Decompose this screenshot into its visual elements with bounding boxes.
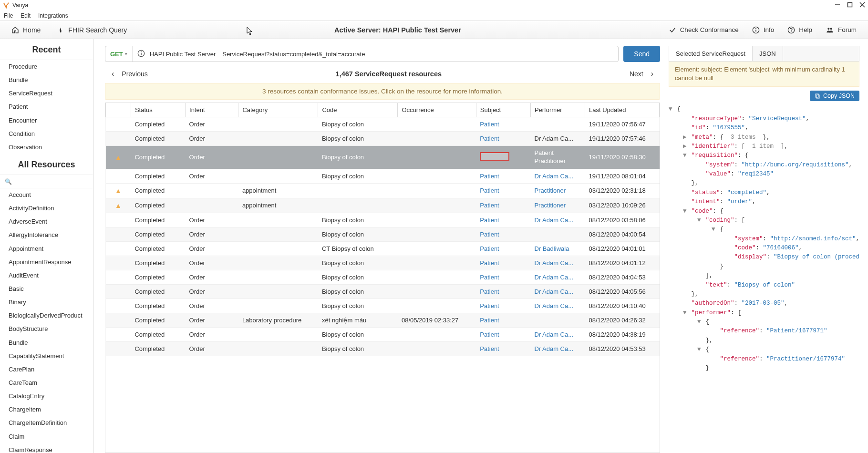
subject-link[interactable]: Patient: [480, 135, 499, 142]
json-line[interactable]: }: [669, 262, 859, 271]
performer-link[interactable]: Dr Adam Ca...: [534, 259, 573, 267]
sidebar-all-item[interactable]: CareTeam: [0, 376, 93, 390]
table-row[interactable]: ▲CompletedOrderBiopsy of colonPatientPra…: [106, 146, 660, 169]
menu-integrations[interactable]: Integrations: [38, 12, 68, 19]
toolbar-info[interactable]: Info: [752, 26, 775, 34]
json-line[interactable]: "value": "req12345": [669, 170, 859, 179]
performer-link[interactable]: Dr Adam Ca...: [534, 345, 573, 352]
sidebar-recent-item[interactable]: Encounter: [0, 114, 93, 127]
sidebar-recent-item[interactable]: Bundle: [0, 73, 93, 87]
tab-json[interactable]: JSON: [753, 46, 783, 61]
column-header[interactable]: Performer: [530, 103, 585, 117]
json-line[interactable]: "text": "Biopsy of colon": [669, 281, 859, 290]
performer-link[interactable]: Dr Adam Ca...: [534, 288, 573, 295]
sidebar-recent-item[interactable]: Procedure: [0, 60, 93, 73]
sidebar-all-item[interactable]: ActivityDefinition: [0, 202, 93, 215]
json-line[interactable]: "system": "http://snomed.info/sct",: [669, 235, 859, 244]
json-line[interactable]: },: [669, 290, 859, 299]
toolbar-check-conformance[interactable]: Check Conformance: [669, 26, 739, 34]
table-row[interactable]: CompletedOrderBiopsy of colonPatient08/1…: [106, 227, 660, 241]
subject-link[interactable]: Patient: [480, 259, 499, 267]
performer-link[interactable]: Dr Adam Ca...: [534, 216, 573, 224]
json-line[interactable]: },: [669, 179, 859, 188]
http-method-selector[interactable]: GET ▾: [105, 46, 133, 62]
previous-button[interactable]: ‹ Previous: [112, 70, 148, 78]
performer-link[interactable]: Dr Adam Ca...: [534, 331, 573, 338]
table-row[interactable]: CompletedOrderBiopsy of colonPatientDr A…: [106, 270, 660, 284]
subject-link[interactable]: Patient: [480, 121, 499, 128]
json-line[interactable]: ▼ {: [669, 345, 859, 354]
sidebar-all-item[interactable]: Account: [0, 188, 93, 202]
sidebar-all-item[interactable]: CarePlan: [0, 363, 93, 376]
json-line[interactable]: "authoredOn": "2017-03-05",: [669, 299, 859, 308]
table-row[interactable]: CompletedOrderBiopsy of colonPatient19/1…: [106, 117, 660, 132]
menu-file[interactable]: File: [4, 12, 13, 19]
sidebar-recent-item[interactable]: Condition: [0, 127, 93, 141]
window-close-button[interactable]: [859, 2, 865, 9]
json-line[interactable]: "display": "Biopsy of colon (procedure)": [669, 253, 859, 262]
subject-link[interactable]: Patient: [480, 317, 499, 324]
toolbar-forum[interactable]: Forum: [826, 26, 857, 34]
json-line[interactable]: ▼ {: [669, 318, 859, 327]
sidebar-all-item[interactable]: AppointmentResponse: [0, 256, 93, 269]
json-line[interactable]: "resourceType": "ServiceRequest",: [669, 114, 859, 124]
json-line[interactable]: ▼ {: [669, 105, 859, 114]
subject-link[interactable]: Patient: [480, 231, 499, 238]
json-line[interactable]: ▼ "code": {: [669, 207, 859, 216]
sidebar-all-item[interactable]: Bundle: [0, 336, 93, 350]
table-row[interactable]: CompletedOrderBiopsy of colonPatientDr A…: [106, 213, 660, 227]
subject-link[interactable]: Patient: [480, 345, 499, 352]
json-line[interactable]: "status": "completed",: [669, 188, 859, 197]
table-row[interactable]: ▲CompletedappointmentPatientPractitioner…: [106, 183, 660, 198]
table-row[interactable]: ▲CompletedappointmentPatientPractitioner…: [106, 198, 660, 213]
table-row[interactable]: CompletedOrderLaboratory procedurexét ng…: [106, 313, 660, 327]
sidebar-all-item[interactable]: ClaimResponse: [0, 443, 93, 453]
column-header[interactable]: Subject: [476, 103, 530, 117]
sidebar-all-item[interactable]: AdverseEvent: [0, 215, 93, 228]
table-row[interactable]: CompletedOrderBiopsy of colonPatientDr A…: [106, 132, 660, 146]
subject-link[interactable]: Patient: [480, 245, 499, 252]
column-header[interactable]: Intent: [186, 103, 238, 117]
json-line[interactable]: "intent": "order",: [669, 197, 859, 206]
json-line[interactable]: },: [669, 336, 859, 345]
performer-link[interactable]: Dr Adam Ca...: [534, 274, 573, 281]
json-line[interactable]: "reference": "Practitioner/1677974": [669, 355, 859, 364]
json-line[interactable]: ▼ "coding": [: [669, 216, 859, 225]
sidebar-all-item[interactable]: AllergyIntolerance: [0, 228, 93, 242]
sidebar-all-item[interactable]: BiologicallyDerivedProduct: [0, 309, 93, 322]
column-header[interactable]: Code: [318, 103, 398, 117]
sidebar-all-item[interactable]: Appointment: [0, 242, 93, 256]
json-line[interactable]: }: [669, 364, 859, 373]
json-line[interactable]: ],: [669, 271, 859, 280]
next-button[interactable]: Next ›: [630, 70, 653, 78]
subject-link[interactable]: Patient: [480, 173, 499, 180]
performer-link[interactable]: Dr Adam Ca...: [534, 302, 573, 309]
subject-link[interactable]: Patient: [480, 288, 499, 295]
column-header[interactable]: Category: [238, 103, 318, 117]
json-line[interactable]: ▼ {: [669, 225, 859, 234]
table-row[interactable]: CompletedOrderBiopsy of colonPatientDr A…: [106, 284, 660, 299]
sidebar-all-item[interactable]: ChargeItem: [0, 403, 93, 416]
conformance-banner[interactable]: 3 resources contain conformance issues. …: [105, 83, 660, 100]
copy-json-button[interactable]: Copy JSON: [810, 91, 859, 101]
table-row[interactable]: CompletedOrderBiopsy of colonPatientDr A…: [106, 341, 660, 356]
subject-link[interactable]: Patient: [480, 187, 499, 194]
column-header[interactable]: Occurrence: [398, 103, 476, 117]
performer-link[interactable]: Dr Badliwala: [534, 245, 569, 252]
column-header[interactable]: [106, 103, 131, 117]
table-row[interactable]: CompletedOrderCT Biopsy of colonPatientD…: [106, 241, 660, 256]
subject-link[interactable]: Patient: [480, 202, 499, 209]
json-line[interactable]: "reference": "Patient/1677971": [669, 327, 859, 336]
toolbar-help[interactable]: Help: [787, 26, 812, 34]
json-line[interactable]: "id": "1679555",: [669, 124, 859, 133]
info-icon[interactable]: [137, 50, 145, 59]
sidebar-all-item[interactable]: Claim: [0, 430, 93, 443]
column-header[interactable]: Status: [131, 103, 185, 117]
table-row[interactable]: CompletedOrderBiopsy of colonPatientDr A…: [106, 327, 660, 341]
subject-link[interactable]: Patient: [480, 302, 499, 309]
sidebar-recent-item[interactable]: Patient: [0, 100, 93, 113]
sidebar-all-item[interactable]: Basic: [0, 282, 93, 296]
sidebar-search-input[interactable]: [4, 177, 89, 186]
table-row[interactable]: CompletedOrderBiopsy of colonPatientDr A…: [106, 299, 660, 313]
performer-link[interactable]: Practitioner: [534, 202, 566, 209]
